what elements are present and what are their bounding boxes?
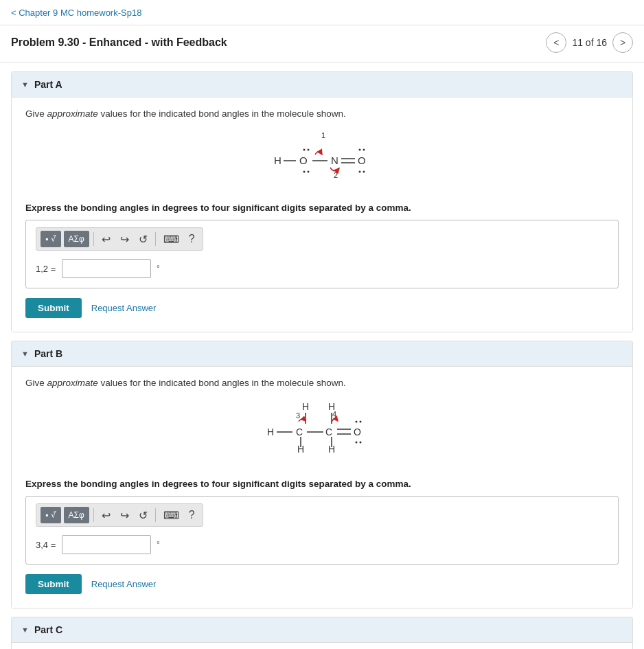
symbol-button-a[interactable]: ▪ √̄ [41, 231, 61, 247]
part-a-section: ▼ Part A Give approximate values for the… [11, 71, 633, 332]
next-problem-button[interactable]: > [612, 32, 633, 53]
part-c-body: Give approximate values for the indicate… [12, 643, 632, 649]
part-c-arrow: ▼ [21, 626, 29, 634]
prev-problem-button[interactable]: < [546, 32, 566, 53]
keyboard-button-b[interactable]: ⌨ [160, 507, 183, 523]
part-a-label: Part A [34, 79, 62, 90]
atom-H-top-left: H [302, 401, 309, 412]
lone-pair-1b [308, 149, 310, 151]
help-button-a[interactable]: ? [185, 231, 198, 247]
part-b-arrow: ▼ [21, 350, 29, 358]
part-b-actions: Submit Request Answer [25, 574, 619, 594]
toolbar-sep-2b [155, 508, 156, 522]
toolbar-sep-1a [93, 232, 94, 246]
lone-pair-1a [303, 149, 306, 151]
redo-button-a[interactable]: ↪ [117, 231, 133, 247]
lone-pair-5a [356, 421, 358, 423]
undo-button-b[interactable]: ↩ [98, 507, 114, 523]
part-b-degree: ° [157, 540, 160, 549]
part-a-answer-input[interactable] [62, 259, 151, 278]
part-a-request-answer-link[interactable]: Request Answer [91, 303, 157, 313]
molecule-b-svg: H 3 H C H [246, 398, 398, 466]
undo-button-a[interactable]: ↩ [98, 231, 114, 247]
toolbar-sep-2a [155, 232, 156, 246]
lone-pair-3b [363, 149, 365, 151]
angle-label-1: 1 [321, 131, 325, 139]
part-b-body: Give approximate values for the indicate… [12, 367, 632, 608]
part-b-answer-label: 3,4 = [36, 540, 56, 550]
atom-N: N [331, 155, 338, 166]
atom-C-right: C [325, 426, 332, 437]
part-a-submit-button[interactable]: Submit [25, 298, 82, 318]
part-a-answer-box: ▪ √̄ ΑΣφ ↩ ↪ ↺ ⌨ ? 1,2 = ° [25, 220, 619, 288]
part-c-label: Part C [34, 624, 62, 635]
sigma-button-a[interactable]: ΑΣφ [64, 231, 89, 247]
lone-pair-6b [360, 442, 362, 444]
toolbar-sep-1b [93, 508, 94, 522]
atom-H: H [274, 155, 281, 166]
part-c-header[interactable]: ▼ Part C [12, 617, 632, 643]
angle-label-3: 3 [296, 411, 300, 420]
part-a-toolbar: ▪ √̄ ΑΣφ ↩ ↪ ↺ ⌨ ? [36, 227, 203, 251]
lone-pair-2b [308, 171, 310, 173]
part-b-toolbar: ▪ √̄ ΑΣφ ↩ ↪ ↺ ⌨ ? [36, 503, 203, 527]
part-b-answer-box: ▪ √̄ ΑΣφ ↩ ↪ ↺ ⌨ ? 3,4 = ° [25, 496, 619, 565]
part-a-instruction: Give approximate values for the indicate… [25, 109, 619, 119]
problem-navigation: < 11 of 16 > [546, 32, 633, 53]
part-a-molecule: 1 H O [25, 128, 619, 190]
part-a-answer-label: 1,2 = [36, 264, 56, 274]
part-c-section: ▼ Part C Give approximate values for the… [11, 617, 633, 649]
atom-O1: O [299, 155, 308, 166]
angle-label-2: 2 [334, 171, 338, 179]
part-b-instruction: Give approximate values for the indicate… [25, 378, 619, 388]
angle-arc-4 [332, 419, 338, 422]
part-a-answer-row: 1,2 = ° [36, 259, 608, 278]
part-a-degree: ° [157, 264, 160, 273]
angle-arc-1 [315, 152, 322, 155]
atom-C-left: C [296, 426, 303, 437]
breadcrumb-link[interactable]: < Chapter 9 MC homework-Sp18 [11, 8, 141, 18]
problem-count: 11 of 16 [572, 37, 607, 48]
lone-pair-5b [360, 421, 362, 423]
lone-pair-4b [363, 171, 365, 173]
part-a-actions: Submit Request Answer [25, 298, 619, 318]
part-a-arrow: ▼ [21, 80, 29, 89]
symbol-button-b[interactable]: ▪ √̄ [41, 507, 61, 523]
part-b-section: ▼ Part B Give approximate values for the… [11, 341, 633, 608]
sigma-button-b[interactable]: ΑΣφ [64, 507, 89, 523]
refresh-button-b[interactable]: ↺ [135, 507, 151, 523]
lone-pair-2a [303, 171, 306, 173]
atom-O2: O [358, 155, 366, 166]
atom-H-top-right: H [328, 401, 335, 412]
part-b-bold-instruction: Express the bonding angles in degrees to… [25, 479, 619, 489]
part-b-answer-row: 3,4 = ° [36, 535, 608, 554]
part-a-body: Give approximate values for the indicate… [12, 98, 632, 332]
part-a-header[interactable]: ▼ Part A [12, 72, 632, 98]
part-b-answer-input[interactable] [62, 535, 151, 554]
refresh-button-a[interactable]: ↺ [135, 231, 151, 247]
redo-button-b[interactable]: ↪ [117, 507, 133, 523]
part-b-request-answer-link[interactable]: Request Answer [91, 579, 157, 589]
lone-pair-3a [359, 149, 361, 151]
part-a-bold-instruction: Express the bonding angles in degrees to… [25, 203, 619, 213]
problem-title: Problem 9.30 - Enhanced - with Feedback [11, 36, 227, 49]
part-b-molecule: H 3 H C H [25, 398, 619, 466]
atom-H-left: H [267, 426, 274, 437]
keyboard-button-a[interactable]: ⌨ [160, 231, 183, 247]
part-b-header[interactable]: ▼ Part B [12, 341, 632, 367]
lone-pair-6a [356, 442, 358, 444]
part-b-submit-button[interactable]: Submit [25, 574, 82, 594]
help-button-b[interactable]: ? [185, 507, 198, 523]
lone-pair-4a [359, 171, 361, 173]
molecule-a-svg: 1 H O [253, 128, 391, 190]
atom-O-right: O [354, 426, 361, 437]
part-b-label: Part B [34, 348, 62, 359]
